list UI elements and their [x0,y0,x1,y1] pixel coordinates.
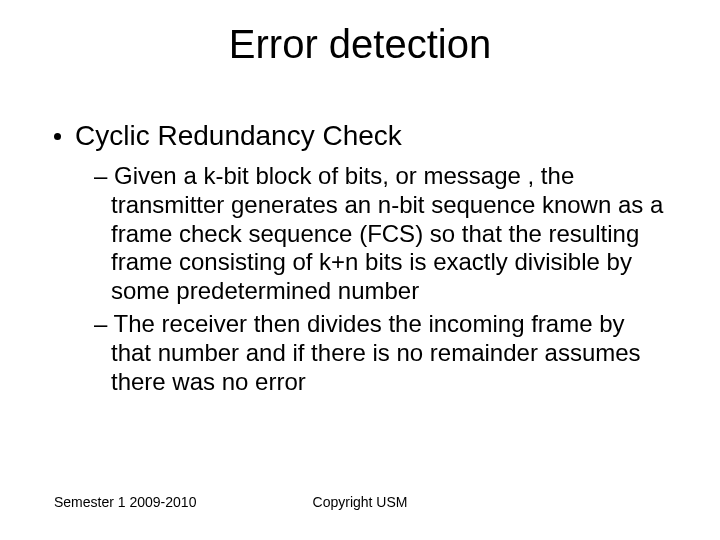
bullet-level2: – The receiver then divides the incoming… [94,310,666,396]
bullet-level2: – Given a k-bit block of bits, or messag… [94,162,666,306]
slide-content: Cyclic Redundancy Check – Given a k-bit … [54,120,666,400]
slide: Error detection Cyclic Redundancy Check … [0,0,720,540]
slide-title: Error detection [0,22,720,67]
footer-left: Semester 1 2009-2010 [54,494,196,510]
bullet-level1-text: Cyclic Redundancy Check [75,120,402,152]
bullet-dash-icon: – [94,162,114,189]
bullet-level1: Cyclic Redundancy Check [54,120,666,152]
bullet-dot-icon [54,133,61,140]
bullet-dash-icon: – [94,310,114,337]
bullet-level2-text: The receiver then divides the incoming f… [111,310,641,395]
bullet-level2-text: Given a k-bit block of bits, or message … [111,162,663,304]
